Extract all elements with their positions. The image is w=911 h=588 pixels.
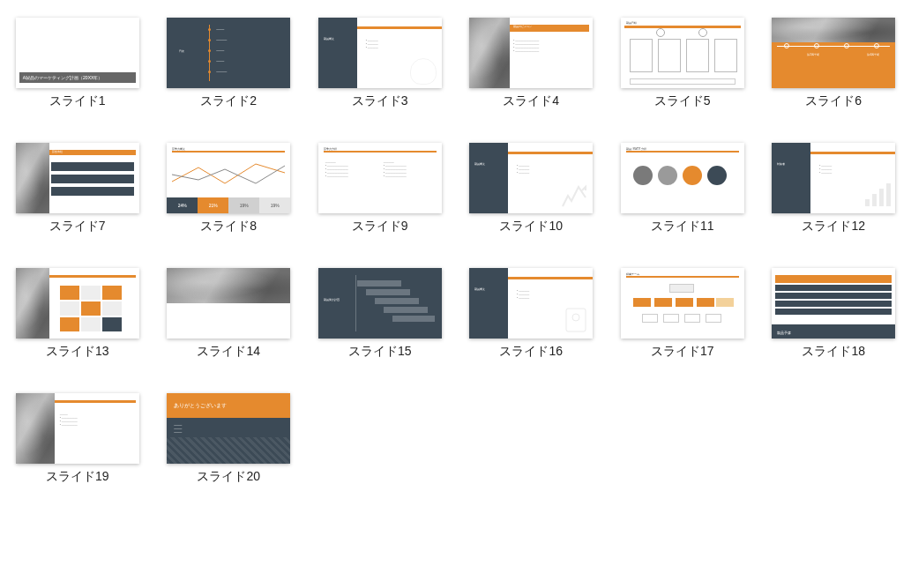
slide-label: スライド12 [802,219,865,234]
slide-item[interactable]: 対象者 • ————• ————• ———— スライド12 [769,143,900,234]
slide-label: スライド19 [46,469,109,485]
slide-thumbnail-16[interactable]: 製品概要 • ————• ————• ———— [469,268,593,339]
slide-label: スライド16 [499,344,563,360]
slide-item[interactable]: A製品のマーケティング計画（20XX年） スライド1 [12,18,143,109]
slide-thumbnail-6[interactable]: 第1四半期 第3四半期 第2四半期 第4四半期 [772,18,895,88]
slide-item[interactable]: ありがとうございます ————————— スライド20 [164,393,295,485]
thank-you-text: ありがとうございます [174,402,227,410]
svg-rect-3 [886,183,891,206]
slide-item[interactable]: ———• ——————• ——————• —————— スライド19 [12,393,143,485]
slide-thumbnail-8[interactable]: 競争力概要 24% 21% 19% 19% [167,143,290,213]
slide-thumbnail-4[interactable]: 製品のビジョン • —————————• —————————• ————————… [469,18,593,88]
svg-rect-0 [865,199,870,206]
slide-item[interactable]: マーケティング計画 スライド14 [164,268,295,360]
slide-item[interactable]: 競争力概要 24% 21% 19% 19% スライド8 [164,143,295,234]
slide-thumbnail-13[interactable] [16,268,139,339]
slide-label: スライド14 [197,344,260,360]
slide-item[interactable]: 競合他社 スライド7 [12,143,143,234]
slide-label: スライド1 [49,93,106,109]
slide-thumbnail-11[interactable]: 製品: SWOT 分析 [621,143,744,213]
slide-item[interactable]: 製品のビジョン • —————————• —————————• ————————… [467,18,597,109]
slide-thumbnail-17[interactable]: 組織チーム [621,268,744,339]
slide-thumbnail-5[interactable]: 製品目標 [621,18,744,88]
slide-label: スライド4 [503,93,559,109]
slide-label: スライド9 [352,219,408,234]
slide-thumbnail-10[interactable]: 製品概要 • ————• ————• ———— [469,143,593,213]
slide-item[interactable]: 製品概要 • ————• ————• ———— スライド10 [467,143,597,234]
slide-item[interactable]: 第1四半期 第3四半期 第2四半期 第4四半期 スライド6 [769,18,900,109]
slide-label: スライド17 [651,344,714,360]
slide-label: スライド10 [499,219,563,234]
slide-item[interactable]: スライド13 [12,268,143,360]
slide-item[interactable]: 製品予算 スライド18 [769,268,900,360]
slide-thumbnail-12[interactable]: 対象者 • ————• ————• ———— [772,143,895,213]
slide-item[interactable]: 製品概要 • ————• ————• ———— スライド16 [467,268,597,360]
slide-thumbnail-19[interactable]: ———• ——————• ——————• —————— [16,393,139,464]
slide-item[interactable]: 製品発売計画 スライド15 [315,268,445,360]
slide-label: スライド18 [802,344,865,360]
slide-thumbnail-9[interactable]: 競争力分析 ————• ————————• ————————• ————————… [318,143,442,213]
slide-label: スライド3 [352,93,408,109]
slide-label: スライド20 [197,469,260,485]
slide-item[interactable]: 目次 ——— ———— ——— ——— ———— スライド2 [164,18,295,109]
slide-label: スライド6 [805,93,862,109]
slide-thumbnail-1[interactable]: A製品のマーケティング計画（20XX年） [16,18,139,88]
slide-thumbnail-3[interactable]: 製品概要 • ————• ————• ———— [318,18,442,88]
svg-point-5 [572,314,579,321]
svg-rect-4 [566,309,586,331]
slide-item[interactable]: 競争力分析 ————• ————————• ————————• ————————… [315,143,445,234]
slide-thumbnail-7[interactable]: 競合他社 [16,143,139,213]
slide-label: スライド2 [200,93,257,109]
slide-label: スライド5 [654,93,711,109]
slide-item[interactable]: 製品概要 • ————• ————• ———— スライド3 [315,18,445,109]
svg-rect-1 [872,194,877,206]
slide-item[interactable]: 製品: SWOT 分析 スライド11 [617,143,748,234]
slide-label: スライド13 [46,344,109,360]
slide-item[interactable]: 製品目標 スライド5 [617,18,748,109]
svg-rect-2 [879,189,884,206]
slide-grid: A製品のマーケティング計画（20XX年） スライド1 目次 ——— ———— —… [12,18,899,485]
slide-thumbnail-14[interactable]: マーケティング計画 [167,268,290,339]
slide-thumbnail-15[interactable]: 製品発売計画 [318,268,442,339]
slide-label: スライド8 [200,219,257,234]
slide-label: スライド11 [651,219,714,234]
slide-thumbnail-18[interactable]: 製品予算 [772,268,895,339]
slide-thumbnail-2[interactable]: 目次 ——— ———— ——— ——— ———— [167,18,290,88]
slide-label: スライド7 [49,219,106,234]
slide-thumbnail-20[interactable]: ありがとうございます ————————— [167,393,290,464]
slide-title-caption: A製品のマーケティング計画（20XX年） [19,72,136,83]
slide-label: スライド15 [348,344,412,360]
slide-item[interactable]: 組織チーム スライド17 [617,268,748,360]
